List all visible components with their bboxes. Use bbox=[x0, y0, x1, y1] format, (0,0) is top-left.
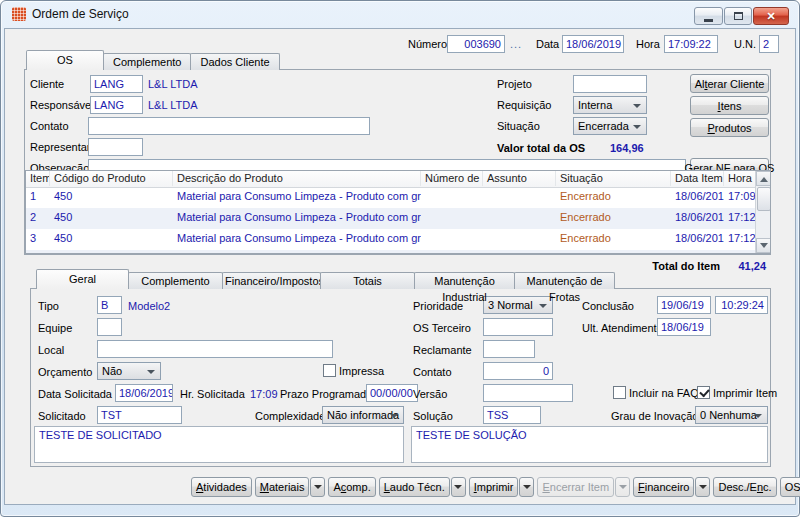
arrow-up-icon bbox=[760, 173, 768, 182]
scroll-down-button[interactable] bbox=[756, 238, 771, 253]
laudo-dropdown-button[interactable] bbox=[451, 477, 466, 497]
numero-browse-link[interactable]: ... bbox=[510, 35, 522, 53]
requisicao-select[interactable]: Interna bbox=[573, 96, 647, 114]
projeto-label: Projeto bbox=[497, 75, 532, 93]
cell-data-item: 18/06/2019 bbox=[671, 210, 724, 225]
scrollbar-thumb[interactable] bbox=[757, 187, 771, 211]
os-relac-button[interactable]: OS Relac. bbox=[780, 477, 800, 497]
col-header-serie[interactable]: Número de Série bbox=[421, 171, 483, 186]
tipo-field[interactable]: B bbox=[97, 296, 122, 314]
encerrar-item-button[interactable]: Encerrar Item bbox=[537, 477, 614, 497]
ult-atendimento-field[interactable]: 18/06/19 bbox=[657, 318, 711, 336]
produtos-button[interactable]: Produtos bbox=[690, 118, 769, 137]
conclusao-hora-field[interactable]: 10:29:24 bbox=[715, 296, 768, 314]
data-field[interactable]: 18/06/2019 bbox=[562, 35, 624, 53]
solucao-label: Solução bbox=[413, 407, 453, 425]
versao-field[interactable] bbox=[483, 384, 573, 402]
cell-hora: 17:09 bbox=[724, 189, 756, 204]
texto-solicitado-memo[interactable]: TESTE DE SOLICITADO bbox=[34, 426, 404, 463]
cell-situacao: Encerrado bbox=[556, 210, 671, 225]
contato-geral-field[interactable]: 0 bbox=[483, 362, 553, 380]
tab-geral[interactable]: Geral bbox=[36, 269, 129, 289]
impressa-checkbox[interactable] bbox=[323, 364, 336, 377]
data-solicitada-label: Data Solicitada bbox=[38, 385, 112, 403]
local-field[interactable] bbox=[97, 340, 333, 358]
grau-inovacao-select[interactable]: 0 Nenhuma bbox=[695, 406, 768, 424]
minimize-button[interactable] bbox=[694, 7, 723, 25]
tab-manutencao-industrial[interactable]: Manutenção Industrial bbox=[414, 272, 515, 289]
maximize-icon bbox=[734, 12, 743, 20]
financeiro-button[interactable]: Financeiro bbox=[633, 477, 694, 497]
scroll-up-button[interactable] bbox=[756, 171, 771, 186]
acomp-button[interactable]: Acomp. bbox=[328, 477, 375, 497]
tab-os[interactable]: OS bbox=[26, 50, 104, 70]
financeiro-dropdown-button[interactable] bbox=[695, 477, 710, 497]
representante-field[interactable] bbox=[88, 138, 143, 156]
col-header-codigo[interactable]: Código do Produto bbox=[50, 171, 173, 186]
contato-field[interactable] bbox=[88, 117, 370, 135]
solicitado-field[interactable]: TST bbox=[97, 406, 182, 424]
desc-enc-button[interactable]: Desc./Enc. bbox=[713, 477, 776, 497]
conclusao-data-field[interactable]: 19/06/19 bbox=[657, 296, 711, 314]
reclamante-field[interactable] bbox=[483, 340, 535, 358]
orcamento-select[interactable]: Não bbox=[97, 362, 161, 380]
alterar-cliente-button[interactable]: Alterar Cliente bbox=[690, 74, 769, 93]
materiais-dropdown-button[interactable] bbox=[310, 477, 325, 497]
responsavel-label: Responsável bbox=[30, 96, 94, 114]
projeto-field[interactable] bbox=[573, 75, 647, 93]
tab-manutencao-frotas[interactable]: Manutenção de Frotas bbox=[514, 272, 615, 289]
tab-complemento[interactable]: Complemento bbox=[103, 53, 191, 70]
atividades-button[interactable]: Atividades bbox=[191, 477, 252, 497]
col-header-data-item[interactable]: Data Item bbox=[671, 171, 724, 186]
materiais-button[interactable]: Materiais bbox=[255, 477, 310, 497]
col-header-assunto[interactable]: Assunto bbox=[483, 171, 556, 186]
maximize-button[interactable] bbox=[724, 7, 752, 25]
responsavel-field[interactable]: LANG bbox=[90, 96, 143, 114]
col-header-situacao[interactable]: Situação bbox=[556, 171, 671, 186]
col-header-item[interactable]: Item bbox=[26, 171, 50, 186]
orcamento-label: Orçamento bbox=[38, 363, 92, 381]
table-row[interactable]: 2 450 Material para Consumo Limpeza - Pr… bbox=[26, 208, 756, 229]
table-row[interactable]: 3 450 Material para Consumo Limpeza - Pr… bbox=[26, 229, 756, 250]
table-row-clipped[interactable]: 4 1 TELA VERMELHA 20/06/2019 18:12 bbox=[26, 250, 756, 254]
cliente-field[interactable]: LANG bbox=[90, 75, 143, 93]
imprimir-dropdown-button[interactable] bbox=[519, 477, 534, 497]
prazo-field[interactable]: 00/00/00 bbox=[366, 384, 418, 402]
tab-dados-cliente[interactable]: Dados Cliente bbox=[190, 53, 279, 70]
versao-label: Versão bbox=[413, 385, 447, 403]
encerrar-dropdown-button[interactable] bbox=[615, 477, 630, 497]
cell-item: 4 bbox=[26, 252, 50, 254]
cell-data-item: 18/06/2019 bbox=[671, 231, 724, 246]
tab-geral-complemento[interactable]: Complemento bbox=[128, 272, 223, 289]
situacao-select[interactable]: Encerrada bbox=[573, 117, 647, 135]
prioridade-select[interactable]: 3 Normal bbox=[483, 296, 553, 314]
numero-field[interactable]: 003690 bbox=[447, 35, 505, 53]
col-header-hora[interactable]: Hora bbox=[724, 171, 756, 186]
cell-descricao: TELA VERMELHA bbox=[173, 252, 421, 254]
complexidade-select[interactable]: Não informada bbox=[322, 406, 404, 424]
data-solicitada-field[interactable]: 18/06/2019 bbox=[115, 384, 173, 402]
data-label: Data bbox=[536, 35, 559, 53]
imprimir-item-label: Imprimir Item bbox=[713, 384, 777, 402]
imprimir-item-checkbox[interactable] bbox=[697, 386, 710, 399]
tab-financeiro-impostos[interactable]: Financeiro/Impostos bbox=[222, 272, 321, 289]
texto-solucao-memo[interactable]: TESTE DE SOLUÇÃO bbox=[411, 426, 768, 463]
minimize-icon bbox=[704, 19, 713, 22]
un-field[interactable]: 2 bbox=[759, 35, 779, 53]
tab-totais[interactable]: Totais bbox=[320, 272, 415, 289]
itens-button[interactable]: Itens bbox=[690, 96, 769, 115]
tipo-label: Tipo bbox=[38, 297, 59, 315]
col-header-descricao[interactable]: Descrição do Produto bbox=[173, 171, 421, 186]
equipe-field[interactable] bbox=[97, 318, 122, 336]
laudo-tecnico-button[interactable]: Laudo Técn. bbox=[379, 477, 450, 497]
close-button[interactable]: ✕ bbox=[753, 7, 789, 25]
hora-field[interactable]: 17:09:22 bbox=[664, 35, 718, 53]
table-scrollbar[interactable] bbox=[755, 171, 771, 253]
prazo-label: Prazo Programado bbox=[280, 385, 372, 403]
os-terceiro-field[interactable] bbox=[483, 318, 553, 336]
solucao-field[interactable]: TSS bbox=[483, 406, 541, 424]
table-row[interactable]: 1 450 Material para Consumo Limpeza - Pr… bbox=[26, 187, 756, 208]
imprimir-button[interactable]: Imprimir bbox=[469, 477, 519, 497]
incluir-faq-checkbox[interactable] bbox=[613, 386, 626, 399]
items-table[interactable]: Item Código do Produto Descrição do Prod… bbox=[25, 170, 771, 254]
